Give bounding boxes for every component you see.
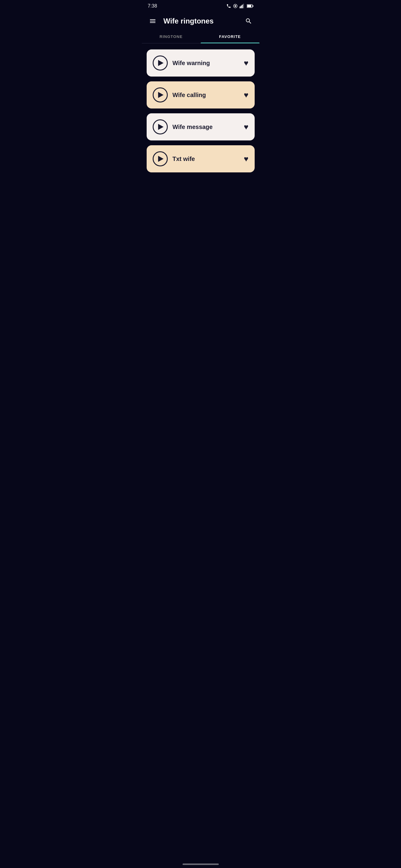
track-name-1: Wife warning — [173, 60, 210, 67]
card-left-2: Wife calling — [153, 87, 206, 102]
play-button-3[interactable] — [153, 119, 168, 134]
favorite-button-2[interactable]: ♥ — [244, 90, 248, 100]
play-button-1[interactable] — [153, 56, 168, 70]
track-name-2: Wife calling — [173, 92, 206, 98]
play-icon-4 — [158, 156, 164, 162]
svg-rect-2 — [240, 6, 241, 8]
tab-ringtone[interactable]: RINGTONE — [142, 30, 201, 43]
page-title: Wife ringtones — [164, 17, 242, 25]
play-icon-2 — [158, 92, 164, 98]
menu-button[interactable] — [147, 15, 159, 27]
status-time: 7:38 — [148, 3, 157, 9]
ringtone-card-1[interactable]: Wife warning ♥ — [147, 50, 255, 76]
favorite-button-1[interactable]: ♥ — [244, 59, 248, 68]
favorite-button-3[interactable]: ♥ — [244, 122, 248, 132]
call-status-icon — [226, 4, 231, 8]
ringtone-card-3[interactable]: Wife message ♥ — [147, 113, 255, 141]
search-icon — [245, 18, 252, 25]
card-left-3: Wife message — [153, 119, 213, 134]
status-bar: 7:38 — [142, 0, 259, 12]
play-button-4[interactable] — [153, 151, 168, 166]
screen-record-icon — [233, 4, 238, 8]
svg-rect-3 — [242, 5, 242, 8]
tabs-container: RINGTONE FAVORITE — [142, 30, 259, 43]
battery-icon — [247, 4, 254, 8]
track-name-3: Wife message — [173, 124, 213, 130]
play-icon-1 — [158, 60, 164, 66]
play-icon-3 — [158, 124, 164, 130]
svg-rect-1 — [239, 7, 240, 8]
tab-favorite[interactable]: FAVORITE — [201, 30, 259, 43]
favorite-button-4[interactable]: ♥ — [244, 154, 248, 164]
ringtone-card-2[interactable]: Wife calling ♥ — [147, 82, 255, 108]
svg-rect-7 — [253, 5, 254, 7]
svg-rect-4 — [243, 4, 244, 8]
ringtone-card-4[interactable]: Txt wife ♥ — [147, 145, 255, 173]
card-left-1: Wife warning — [153, 56, 210, 70]
menu-icon — [149, 18, 156, 25]
status-icons — [226, 4, 254, 8]
search-button[interactable] — [242, 15, 255, 27]
svg-point-0 — [234, 5, 236, 7]
play-button-2[interactable] — [153, 87, 168, 102]
app-bar: Wife ringtones — [142, 12, 259, 30]
svg-rect-6 — [247, 5, 251, 7]
signal-icon — [239, 4, 245, 8]
track-name-4: Txt wife — [173, 156, 195, 162]
content-area: Wife warning ♥ Wife calling ♥ Wife messa… — [142, 43, 259, 179]
card-left-4: Txt wife — [153, 151, 195, 166]
